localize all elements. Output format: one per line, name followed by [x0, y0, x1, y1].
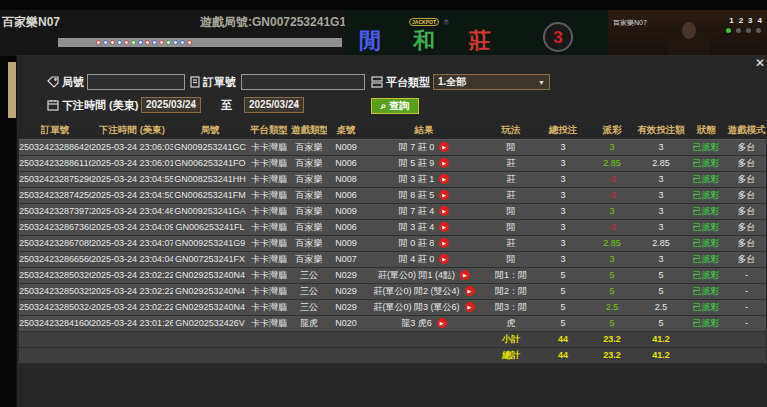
result-cell: 閒 7 莊 0▶	[365, 139, 483, 155]
column-header: 遊戲類型	[291, 122, 327, 139]
bet-time: 2025-03-24 23:02:22	[91, 283, 173, 299]
game-round-number: 遊戲局號:GN007253241G1	[200, 14, 346, 31]
valid-bet: 3	[637, 251, 685, 267]
date-from-select[interactable]: 2025/03/24	[141, 97, 201, 113]
summary-row: 總計4423.241.2	[19, 347, 766, 363]
platform-filter-label: 平台類型	[386, 75, 430, 90]
seat-number: 2	[739, 16, 743, 25]
total-bet: 3	[539, 251, 587, 267]
platform: 卡卡灣廳	[247, 283, 291, 299]
bead-marker	[124, 40, 129, 45]
round-filter-label: 局號	[62, 75, 84, 90]
game-round: GN009253241GC	[173, 139, 247, 155]
bet-time-filter-label: 下注時間 (美東)	[62, 98, 138, 113]
search-button[interactable]: ⌕ 查詢	[371, 98, 419, 114]
result-cell: 莊(單公0) 閒1 (4點)▶	[365, 267, 483, 283]
result-cell: 閒 5 莊 9▶	[365, 155, 483, 171]
replay-icon[interactable]: ▶	[439, 222, 449, 232]
play-type: 閒	[483, 139, 539, 155]
summary-total-bet: 44	[539, 331, 587, 347]
order-number: 250324232873973	[19, 203, 91, 219]
seat-dot[interactable]	[736, 28, 741, 33]
bead-marker	[138, 40, 143, 45]
seat-number: 4	[758, 16, 762, 25]
seat-dots	[726, 28, 761, 33]
summary-valid-bet: 41.2	[637, 347, 685, 363]
bet-time: 2025-03-24 23:01:26	[91, 315, 173, 331]
order-input[interactable]	[241, 74, 365, 90]
bet-time: 2025-03-24 23:04:04	[91, 251, 173, 267]
replay-icon[interactable]: ▶	[439, 190, 449, 200]
platform-select[interactable]: 1.全部	[433, 74, 550, 90]
replay-icon[interactable]: ▶	[439, 142, 449, 152]
replay-icon[interactable]: ▶	[439, 254, 449, 264]
result-cell: 閒 3 莊 1▶	[365, 171, 483, 187]
close-icon[interactable]: ✕	[753, 56, 767, 70]
bet-zone-banker[interactable]: 莊	[469, 26, 491, 56]
summary-spacer	[685, 347, 766, 363]
valid-bet: 2.85	[637, 235, 685, 251]
bead-marker	[159, 40, 164, 45]
platform: 卡卡灣廳	[247, 235, 291, 251]
order-number: 250324232874250	[19, 187, 91, 203]
column-header: 遊戲模式	[727, 122, 766, 139]
bet-time: 2025-03-24 23:02:22	[91, 299, 173, 315]
background-chip-strip	[8, 62, 16, 118]
status: 已派彩	[685, 315, 727, 331]
document-icon	[189, 76, 201, 88]
status: 已派彩	[685, 251, 727, 267]
summary-payout: 23.2	[587, 347, 637, 363]
seat-dot[interactable]	[746, 28, 751, 33]
column-header: 局號	[173, 122, 247, 139]
game-round: GN006253241FO	[173, 155, 247, 171]
bead-marker	[180, 40, 185, 45]
result-text: 莊(單公0) 閒2 (雙公4)	[373, 285, 459, 298]
replay-icon[interactable]: ▶	[465, 286, 475, 296]
result-text: 莊(單公0) 閒3 (單公6)	[373, 301, 459, 314]
replay-icon[interactable]: ▶	[439, 174, 449, 184]
replay-icon[interactable]: ▶	[437, 318, 447, 328]
game-type: 三公	[291, 299, 327, 315]
summary-total-bet: 44	[539, 347, 587, 363]
column-header: 平台類型	[247, 122, 291, 139]
game-round: GN029253240N4	[173, 283, 247, 299]
result-text: 閒 4 莊 0	[399, 253, 435, 266]
game-title: 百家樂N07	[2, 14, 60, 31]
play-type: 閒3：閒	[483, 299, 539, 315]
platform: 卡卡灣廳	[247, 299, 291, 315]
round-input[interactable]	[87, 74, 185, 90]
seat-dot[interactable]	[756, 28, 761, 33]
betting-zones: JACKPOT ? 閒 和 莊 3	[345, 10, 608, 56]
game-mode: -	[727, 267, 766, 283]
column-header: 玩法	[483, 122, 539, 139]
column-header: 狀態	[685, 122, 727, 139]
table-number: N006	[327, 187, 365, 203]
help-icon[interactable]: ?	[443, 19, 449, 25]
replay-icon[interactable]: ▶	[460, 270, 470, 280]
total-bet: 5	[539, 299, 587, 315]
bet-time: 2025-03-24 23:04:50	[91, 187, 173, 203]
bet-time: 2025-03-24 23:04:55	[91, 171, 173, 187]
game-round: GN029253240N4	[173, 267, 247, 283]
seat-dot-active[interactable]	[726, 28, 731, 33]
replay-icon[interactable]: ▶	[465, 302, 475, 312]
replay-icon[interactable]: ▶	[439, 206, 449, 216]
valid-bet: 3	[637, 203, 685, 219]
result-cell: 閒 7 莊 4▶	[365, 203, 483, 219]
status: 已派彩	[685, 283, 727, 299]
play-type: 閒2：閒	[483, 283, 539, 299]
bet-zone-player[interactable]: 閒	[359, 26, 381, 56]
total-bet: 3	[539, 187, 587, 203]
payout: -3	[587, 187, 637, 203]
play-type: 閒	[483, 219, 539, 235]
valid-bet: 5	[637, 267, 685, 283]
payout: 2.5	[587, 299, 637, 315]
payout: 5	[587, 315, 637, 331]
date-to-select[interactable]: 2025/03/24	[244, 97, 304, 113]
total-bet: 3	[539, 171, 587, 187]
bet-zone-tie[interactable]: 和	[413, 26, 435, 56]
replay-icon[interactable]: ▶	[439, 158, 449, 168]
replay-icon[interactable]: ▶	[439, 238, 449, 248]
platform: 卡卡灣廳	[247, 139, 291, 155]
game-mode: -	[727, 283, 766, 299]
